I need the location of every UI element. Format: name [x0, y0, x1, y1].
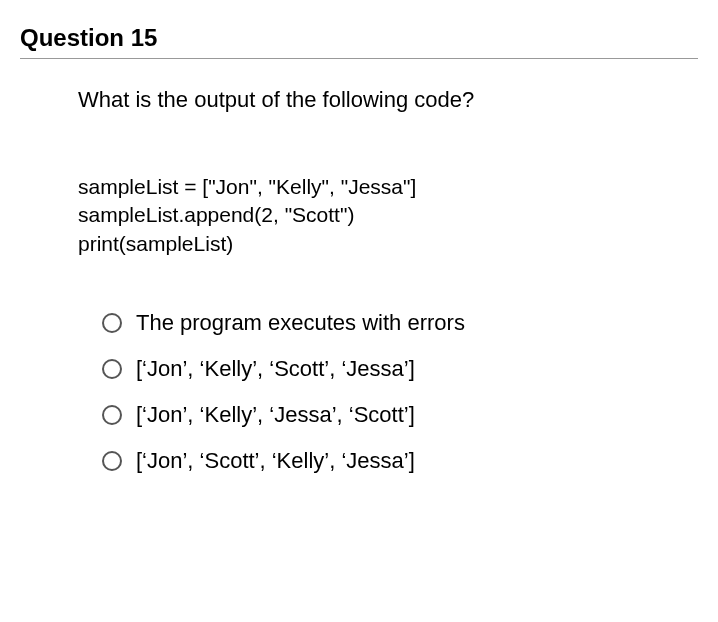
radio-icon [102, 451, 122, 471]
options-list: The program executes with errors [‘Jon’,… [78, 310, 698, 474]
question-content: What is the output of the following code… [20, 87, 698, 474]
code-block: sampleList = ["Jon", "Kelly", "Jessa"] s… [78, 173, 698, 258]
option-2[interactable]: [‘Jon’, ‘Kelly’, ‘Scott’, ‘Jessa’] [102, 356, 698, 382]
option-label: [‘Jon’, ‘Kelly’, ‘Scott’, ‘Jessa’] [136, 356, 415, 382]
option-label: [‘Jon’, ‘Scott’, ‘Kelly’, ‘Jessa’] [136, 448, 415, 474]
question-header: Question 15 [20, 24, 698, 59]
radio-icon [102, 359, 122, 379]
radio-icon [102, 405, 122, 425]
option-label: The program executes with errors [136, 310, 465, 336]
option-4[interactable]: [‘Jon’, ‘Scott’, ‘Kelly’, ‘Jessa’] [102, 448, 698, 474]
question-text: What is the output of the following code… [78, 87, 698, 113]
option-1[interactable]: The program executes with errors [102, 310, 698, 336]
option-3[interactable]: [‘Jon’, ‘Kelly’, ‘Jessa’, ‘Scott’] [102, 402, 698, 428]
option-label: [‘Jon’, ‘Kelly’, ‘Jessa’, ‘Scott’] [136, 402, 415, 428]
radio-icon [102, 313, 122, 333]
